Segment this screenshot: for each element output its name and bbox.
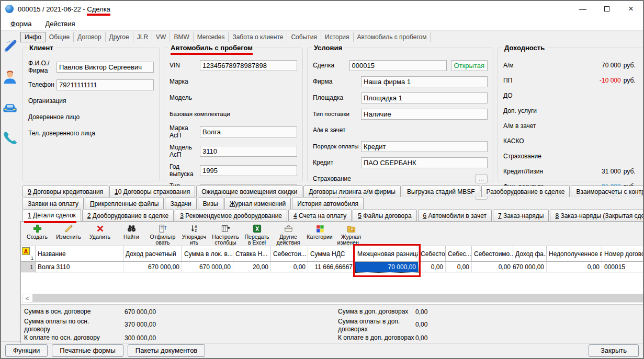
tab-payment-requests[interactable]: Заявки на оплату: [22, 198, 84, 209]
tab-deal-details[interactable]: 1 Детали сделок: [22, 209, 81, 221]
maximize-button[interactable]: [595, 1, 619, 17]
client-name-field[interactable]: [57, 62, 154, 73]
tab-drugoe[interactable]: Другое: [106, 32, 133, 42]
scroll-left-icon[interactable]: <: [22, 294, 32, 302]
cell-vat-rate[interactable]: 20,00: [233, 262, 271, 273]
deal-number-field[interactable]: [349, 60, 447, 71]
firm-field[interactable]: [361, 76, 488, 87]
cell-name[interactable]: Волга 3110: [36, 262, 123, 273]
find-button[interactable]: Найти: [116, 223, 146, 246]
cell-shortfall[interactable]: 0,00: [547, 262, 602, 273]
tab-client-care[interactable]: Забота о клиенте: [229, 32, 287, 42]
brand-asp-field[interactable]: [200, 126, 297, 137]
tab-recommended-equipment[interactable]: 3 Рекомендуемое дооборудование: [175, 210, 287, 221]
year-field[interactable]: [200, 165, 297, 176]
column-header[interactable]: Себес...: [446, 246, 472, 262]
tab-work-orders[interactable]: 7 Заказ-наряды: [493, 210, 549, 221]
column-header[interactable]: Доход фа...: [513, 246, 547, 262]
column-header[interactable]: Себесто...: [419, 246, 446, 262]
tab-tasks[interactable]: Задачи: [165, 198, 196, 209]
client-phone-field[interactable]: [57, 79, 154, 90]
menu-actions[interactable]: Действия: [46, 20, 75, 28]
tab-info[interactable]: Инфо: [20, 32, 46, 42]
site-field[interactable]: [361, 92, 488, 103]
cell-calc-income[interactable]: 670 000,00: [123, 262, 182, 273]
car-button[interactable]: [1, 99, 19, 117]
tab-counterparty-settlements[interactable]: Взаиморасчеты с контрагентами: [571, 186, 644, 197]
table-row[interactable]: 1 Волга 3110 670 000,00 670 000,00 20,00…: [21, 262, 644, 273]
cell-contract-number[interactable]: 000015: [602, 262, 644, 273]
column-header[interactable]: Сумма НДС: [308, 246, 355, 262]
cell-intermargin-selected[interactable]: 70 000,00: [355, 262, 419, 273]
row-header[interactable]: 1: [21, 262, 36, 273]
minimize-button[interactable]: —: [571, 1, 595, 17]
close-button[interactable]: ×: [619, 1, 643, 17]
tab-leasing-contracts[interactable]: Договоры лизинга а/м фирмы: [303, 186, 401, 197]
tab-vw[interactable]: VW: [152, 32, 170, 42]
tab-pending-discounts[interactable]: Ожидающие возмещения скидки: [196, 186, 302, 197]
tab-mbsf-export[interactable]: Выгрузка стадий MBSF: [402, 186, 480, 197]
tab-car-history[interactable]: История автомобиля: [292, 198, 364, 209]
tab-tradein-cars[interactable]: 6 Автомобили в зачет: [418, 210, 492, 221]
tab-extra-equipment[interactable]: 2 Дооборудование в сделке: [82, 210, 174, 221]
tab-jlr[interactable]: JLR: [133, 32, 152, 42]
tab-mercedes[interactable]: Mercedes: [194, 32, 229, 42]
call-button[interactable]: [1, 129, 19, 147]
tab-invoices[interactable]: 4 Счета на оплату: [288, 210, 352, 221]
tab-credit-contracts[interactable]: 9 Договоры кредитования: [22, 186, 108, 197]
tab-change-log[interactable]: Журнал изменений: [224, 198, 291, 209]
document-packages-button[interactable]: Пакеты документов: [128, 344, 205, 357]
functions-button[interactable]: Функции: [5, 344, 48, 357]
payment-order-field[interactable]: [361, 141, 488, 152]
tab-history[interactable]: История: [321, 32, 354, 42]
tab-visas[interactable]: Визы: [198, 198, 223, 209]
filter-button[interactable]: Отфильтровать: [148, 223, 178, 246]
cell-cost3[interactable]: 0,00: [446, 262, 472, 273]
other-actions-button[interactable]: Другиедействия: [273, 223, 303, 246]
sort-button[interactable]: AZ Упорядочить: [179, 223, 209, 246]
column-header[interactable]: Ставка Н...: [233, 246, 271, 262]
configure-columns-button[interactable]: ± Настроитьстолбцы: [210, 223, 241, 246]
cell-cost4[interactable]: 0,00: [472, 262, 513, 273]
tab-contract-files[interactable]: 5 Файлы договора: [353, 210, 416, 221]
model-asp-field[interactable]: [200, 146, 297, 157]
tab-bmw[interactable]: BMW: [170, 32, 193, 42]
tab-insurance-contracts[interactable]: 10 Договоры страхования: [109, 186, 195, 197]
export-excel-button[interactable]: Передатьв Excel: [242, 223, 272, 246]
categories-button[interactable]: Категории: [304, 223, 335, 246]
tab-work-orders-closed[interactable]: 8 Заказ-наряды (Закрытая сделка): [550, 210, 644, 221]
column-header[interactable]: Себестои...: [271, 246, 308, 262]
delete-button[interactable]: Удалить: [85, 223, 115, 246]
column-header[interactable]: Название: [36, 246, 123, 262]
column-header[interactable]: Недополученное в...: [547, 246, 602, 262]
column-header-intermargin[interactable]: Межценовая разница: [355, 246, 419, 262]
cell-local-sum[interactable]: 670 000,00: [182, 262, 233, 273]
column-header[interactable]: Сумма в лок. в...: [182, 246, 233, 262]
client-button[interactable]: [1, 68, 19, 86]
tab-events[interactable]: События: [287, 32, 321, 42]
change-journal-button[interactable]: Журнализменен ...: [336, 223, 366, 246]
edit-button[interactable]: Изменить: [53, 223, 84, 246]
print-forms-button[interactable]: Печатные формы: [52, 344, 123, 357]
cell-vat-sum[interactable]: 11 666,66667: [308, 262, 355, 273]
supply-type-field[interactable]: [361, 109, 488, 120]
cell-cost2[interactable]: 0,00: [419, 262, 446, 273]
close-form-button[interactable]: Закрыть: [589, 344, 639, 357]
tab-used-car[interactable]: Автомобиль с пробегом: [354, 32, 431, 42]
column-header[interactable]: Доход расчетный: [123, 246, 182, 262]
tab-deequipment[interactable]: Разоборудование в сделке: [481, 186, 570, 197]
vin-field[interactable]: [200, 60, 297, 71]
tab-attached-files[interactable]: Прикрепленные файлы: [85, 198, 164, 209]
column-header[interactable]: Себестоимо...: [472, 246, 513, 262]
horizontal-scrollbar[interactable]: < >: [22, 294, 644, 303]
tab-obschie[interactable]: Общие: [46, 32, 74, 42]
create-button[interactable]: Создать: [22, 223, 52, 246]
menu-form[interactable]: Форма: [10, 20, 32, 28]
cell-cost[interactable]: 0,00: [271, 262, 308, 273]
tab-dogovor[interactable]: Договор: [74, 32, 105, 42]
column-header[interactable]: Номер договора: [602, 246, 644, 262]
cell-actual-income[interactable]: 670 000,00: [513, 262, 547, 273]
scrollbar-thumb[interactable]: [32, 294, 644, 302]
insurance-more-button[interactable]: …: [475, 174, 488, 183]
edit-deal-button[interactable]: [1, 38, 19, 56]
